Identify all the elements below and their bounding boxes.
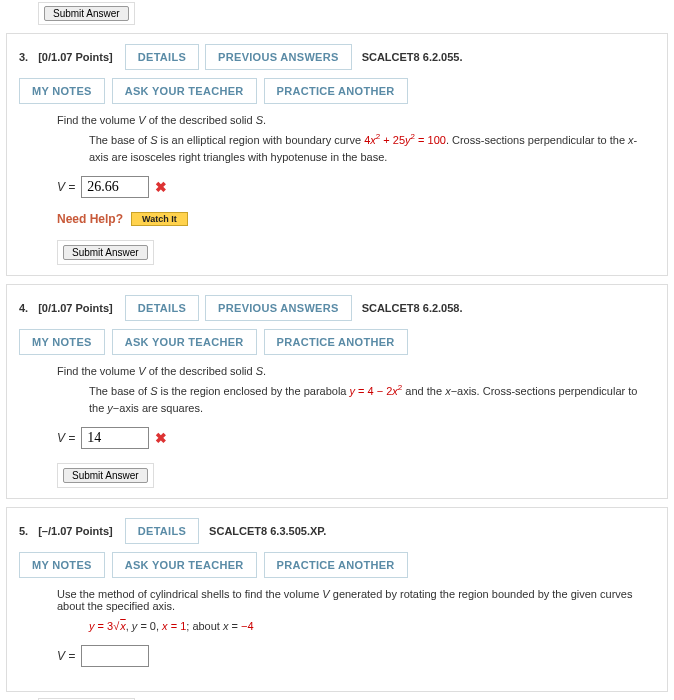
v-label: V = (57, 431, 75, 445)
my-notes-button[interactable]: MY NOTES (19, 78, 105, 104)
submit-wrapper-q4: Submit Answer (57, 463, 154, 488)
equation: 4x2 + 25y2 = 100 (364, 134, 446, 146)
eq-part: x = 1 (162, 620, 186, 632)
question-5-header: 5. [–/1.07 Points] DETAILS SCALCET8 6.3.… (19, 518, 655, 544)
my-notes-button[interactable]: MY NOTES (19, 329, 105, 355)
ask-teacher-button[interactable]: ASK YOUR TEACHER (112, 78, 257, 104)
question-4-header: 4. [0/1.07 Points] DETAILS PREVIOUS ANSW… (19, 295, 655, 321)
var-v: V (138, 365, 145, 377)
text: Find the volume (57, 114, 138, 126)
text: and the (402, 385, 445, 397)
question-5-subheader: MY NOTES ASK YOUR TEACHER PRACTICE ANOTH… (19, 552, 655, 578)
question-5-source: SCALCET8 6.3.505.XP. (209, 525, 326, 537)
need-help-row: Need Help? Watch It (57, 212, 655, 226)
var-v: V (322, 588, 329, 600)
submit-wrapper-q3: Submit Answer (57, 240, 154, 265)
question-4-subheader: MY NOTES ASK YOUR TEACHER PRACTICE ANOTH… (19, 329, 655, 355)
details-button[interactable]: DETAILS (125, 295, 199, 321)
watch-it-button[interactable]: Watch It (131, 212, 188, 226)
wrong-icon: ✖ (155, 430, 167, 446)
text: is an elliptical region with boundary cu… (158, 134, 365, 146)
answer-input-q3[interactable] (81, 176, 149, 198)
previous-answers-button[interactable]: PREVIOUS ANSWERS (205, 44, 352, 70)
text: of the described solid (146, 114, 256, 126)
question-3-description: The base of S is an elliptical region wi… (89, 132, 655, 166)
question-3-subheader: MY NOTES ASK YOUR TEACHER PRACTICE ANOTH… (19, 78, 655, 104)
wrong-icon: ✖ (155, 179, 167, 195)
eq-part: y = 3√x (89, 620, 126, 632)
question-5-points: [–/1.07 Points] (38, 525, 113, 537)
var-s: S (256, 365, 263, 377)
submit-wrapper-top: Submit Answer (38, 2, 135, 25)
details-button[interactable]: DETAILS (125, 44, 199, 70)
question-4-content: Find the volume V of the described solid… (57, 365, 655, 449)
question-4-prompt: Find the volume V of the described solid… (57, 365, 655, 377)
var-s: S (256, 114, 263, 126)
question-3-number: 3. (19, 51, 28, 63)
question-3-points: [0/1.07 Points] (38, 51, 113, 63)
question-5-answer-row: V = (57, 645, 655, 667)
v-label: V = (57, 649, 75, 663)
question-3-answer-row: V = ✖ (57, 176, 655, 198)
val: −4 (241, 620, 254, 632)
text: −axis are squares. (113, 402, 203, 414)
n: = 0, (137, 620, 162, 632)
var-s: S (150, 134, 157, 146)
question-3-header: 3. [0/1.07 Points] DETAILS PREVIOUS ANSW… (19, 44, 655, 70)
practice-another-button[interactable]: PRACTICE ANOTHER (264, 552, 408, 578)
n: = (228, 620, 241, 632)
question-5-number: 5. (19, 525, 28, 537)
question-4-source: SCALCET8 6.2.058. (362, 302, 463, 314)
question-5-equation: y = 3√x, y = 0, x = 1; about x = −4 (89, 618, 655, 635)
previous-answers-button[interactable]: PREVIOUS ANSWERS (205, 295, 352, 321)
text: . Cross-sections perpendicular to the (446, 134, 628, 146)
question-3: 3. [0/1.07 Points] DETAILS PREVIOUS ANSW… (6, 33, 668, 276)
question-3-content: Find the volume V of the described solid… (57, 114, 655, 226)
text: Find the volume (57, 365, 138, 377)
text: The base of (89, 385, 150, 397)
n: = 4 − 2 (355, 385, 392, 397)
v-label: V = (57, 180, 75, 194)
details-button[interactable]: DETAILS (125, 518, 199, 544)
n: = 100 (415, 134, 446, 146)
practice-another-button[interactable]: PRACTICE ANOTHER (264, 329, 408, 355)
question-4: 4. [0/1.07 Points] DETAILS PREVIOUS ANSW… (6, 284, 668, 499)
question-5-content: Use the method of cylindrical shells to … (57, 588, 655, 667)
text: . (263, 365, 266, 377)
answer-input-q4[interactable] (81, 427, 149, 449)
equation: y = 4 − 2x2 (350, 385, 403, 397)
ask-teacher-button[interactable]: ASK YOUR TEACHER (112, 329, 257, 355)
var-s: S (150, 385, 157, 397)
question-5-prompt: Use the method of cylindrical shells to … (57, 588, 655, 612)
submit-button-q3[interactable]: Submit Answer (63, 245, 148, 260)
need-help-label: Need Help? (57, 212, 123, 226)
submit-button-top[interactable]: Submit Answer (44, 6, 129, 21)
text: of the described solid (146, 365, 256, 377)
question-4-points: [0/1.07 Points] (38, 302, 113, 314)
text: Use the method of cylindrical shells to … (57, 588, 322, 600)
question-4-answer-row: V = ✖ (57, 427, 655, 449)
question-4-number: 4. (19, 302, 28, 314)
var-v: V (138, 114, 145, 126)
submit-button-q4[interactable]: Submit Answer (63, 468, 148, 483)
n: + 25 (380, 134, 405, 146)
question-3-prompt: Find the volume V of the described solid… (57, 114, 655, 126)
ask-teacher-button[interactable]: ASK YOUR TEACHER (112, 552, 257, 578)
practice-another-button[interactable]: PRACTICE ANOTHER (264, 78, 408, 104)
question-5: 5. [–/1.07 Points] DETAILS SCALCET8 6.3.… (6, 507, 668, 692)
question-4-description: The base of S is the region enclosed by … (89, 383, 655, 417)
answer-input-q5[interactable] (81, 645, 149, 667)
text: . (263, 114, 266, 126)
text: The base of (89, 134, 150, 146)
my-notes-button[interactable]: MY NOTES (19, 552, 105, 578)
n: = 3 (95, 620, 114, 632)
text: is the region enclosed by the parabola (158, 385, 350, 397)
question-3-source: SCALCET8 6.2.055. (362, 51, 463, 63)
